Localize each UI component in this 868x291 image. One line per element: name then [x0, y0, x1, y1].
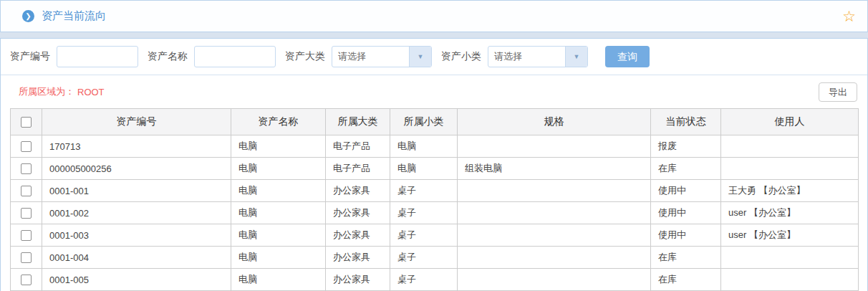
cell-asset-code: 0001-001 — [42, 180, 231, 202]
cell-subcategory: 桌子 — [390, 247, 458, 269]
column-header-category: 所属大类 — [326, 109, 390, 135]
title-bar: ❯ 资产当前流向 ☆ — [0, 0, 868, 32]
circle-arrow-icon: ❯ — [22, 10, 34, 22]
asset-name-input[interactable] — [194, 46, 276, 67]
cell-asset-name: 电脑 — [231, 202, 326, 224]
category-selected-value: 请选择 — [332, 47, 409, 67]
cell-category: 电子产品 — [326, 158, 390, 180]
cell-asset-code: 0001-002 — [42, 202, 231, 224]
row-select-cell — [11, 158, 42, 180]
chevron-down-icon[interactable]: ▼ — [409, 47, 431, 67]
cell-subcategory: 桌子 — [390, 224, 458, 247]
select-all-checkbox[interactable] — [21, 117, 32, 128]
region-bar: 所属区域为： ROOT 导出 — [1, 75, 867, 108]
cell-category: 办公家具 — [326, 180, 390, 202]
row-checkbox[interactable] — [21, 186, 32, 196]
subcategory-select[interactable]: 请选择 ▼ — [488, 46, 588, 67]
export-button[interactable]: 导出 — [819, 82, 857, 102]
cell-status: 使用中 — [651, 224, 721, 247]
table-header: 资产编号 资产名称 所属大类 所属小类 规格 当前状态 使用人 — [11, 109, 859, 135]
cell-asset-code: 170713 — [42, 135, 231, 158]
cell-spec — [458, 202, 651, 224]
cell-status: 使用中 — [651, 202, 721, 224]
region-label: 所属区域为： — [19, 85, 74, 98]
cell-category: 办公家具 — [326, 202, 390, 224]
cell-subcategory: 电脑 — [390, 158, 458, 180]
row-select-cell — [11, 224, 42, 247]
row-checkbox[interactable] — [21, 230, 32, 241]
cell-asset-code: 000005000256 — [42, 158, 231, 180]
region-value: ROOT — [77, 87, 105, 97]
row-select-cell — [11, 135, 42, 158]
cell-status: 在库 — [651, 269, 721, 291]
cell-subcategory: 桌子 — [390, 202, 458, 224]
filter-bar: 资产编号 资产名称 资产大类 请选择 ▼ 资产小类 请选择 ▼ 查询 — [1, 39, 867, 75]
cell-subcategory: 桌子 — [390, 269, 458, 291]
cell-asset-name: 电脑 — [231, 224, 326, 247]
subcategory-label: 资产小类 — [441, 50, 481, 63]
table-row: 0001-002 电脑 办公家具 桌子 使用中 user 【办公室】 — [11, 202, 859, 224]
subcategory-selected-value: 请选择 — [488, 47, 565, 67]
table-row: 0001-003 电脑 办公家具 桌子 使用中 user 【办公室】 — [11, 224, 859, 247]
table-row: 000005000256 电脑 电子产品 电脑 组装电脑 在库 — [11, 158, 859, 180]
column-header-asset-name: 资产名称 — [231, 109, 326, 135]
asset-name-label: 资产名称 — [148, 50, 188, 63]
cell-asset-name: 电脑 — [231, 247, 326, 269]
main-panel: 资产编号 资产名称 资产大类 请选择 ▼ 资产小类 请选择 ▼ 查询 所属区域为… — [0, 38, 868, 291]
cell-category: 电子产品 — [326, 135, 390, 158]
cell-asset-name: 电脑 — [231, 158, 326, 180]
table-body: 170713 电脑 电子产品 电脑 报废 000005000256 电脑 电子产… — [11, 135, 859, 291]
row-select-cell — [11, 202, 42, 224]
cell-spec — [458, 224, 651, 247]
cell-spec — [458, 135, 651, 158]
row-select-cell — [11, 269, 42, 291]
cell-subcategory: 电脑 — [390, 135, 458, 158]
page-title: 资产当前流向 — [42, 9, 106, 23]
cell-spec — [458, 180, 651, 202]
row-checkbox[interactable] — [21, 141, 32, 152]
cell-category: 办公家具 — [326, 247, 390, 269]
table-row: 0001-005 电脑 办公家具 桌子 在库 — [11, 269, 859, 291]
cell-category: 办公家具 — [326, 224, 390, 247]
select-all-cell — [11, 109, 42, 135]
favorite-star-icon[interactable]: ☆ — [842, 9, 856, 24]
cell-user — [721, 247, 859, 269]
category-select[interactable]: 请选择 ▼ — [332, 46, 432, 67]
cell-status: 使用中 — [651, 180, 721, 202]
cell-asset-code: 0001-004 — [42, 247, 231, 269]
row-select-cell — [11, 180, 42, 202]
cell-user — [721, 135, 859, 158]
cell-spec — [458, 269, 651, 291]
asset-table: 资产编号 资产名称 所属大类 所属小类 规格 当前状态 使用人 170713 电… — [10, 108, 859, 291]
cell-asset-code: 0001-003 — [42, 224, 231, 247]
row-select-cell — [11, 247, 42, 269]
column-header-asset-code: 资产编号 — [42, 109, 231, 135]
cell-asset-code: 0001-005 — [42, 269, 231, 291]
cell-status: 报废 — [651, 135, 721, 158]
table-row: 0001-001 电脑 办公家具 桌子 使用中 王大勇 【办公室】 — [11, 180, 859, 202]
panel-gap — [0, 32, 868, 38]
row-checkbox[interactable] — [21, 208, 32, 219]
cell-user — [721, 269, 859, 291]
cell-subcategory: 桌子 — [390, 180, 458, 202]
cell-asset-name: 电脑 — [231, 269, 326, 291]
cell-user — [721, 158, 859, 180]
cell-user: 王大勇 【办公室】 — [721, 180, 859, 202]
cell-spec: 组装电脑 — [458, 158, 651, 180]
table-row: 0001-004 电脑 办公家具 桌子 在库 — [11, 247, 859, 269]
row-checkbox[interactable] — [21, 163, 32, 174]
chevron-down-icon[interactable]: ▼ — [565, 47, 587, 67]
asset-code-input[interactable] — [57, 46, 138, 67]
row-checkbox[interactable] — [21, 275, 32, 285]
search-button[interactable]: 查询 — [605, 46, 650, 67]
row-checkbox[interactable] — [21, 252, 32, 263]
column-header-status: 当前状态 — [651, 109, 721, 135]
asset-code-label: 资产编号 — [10, 50, 50, 63]
column-header-spec: 规格 — [458, 109, 651, 135]
cell-status: 在库 — [651, 158, 721, 180]
cell-asset-name: 电脑 — [231, 135, 326, 158]
cell-spec — [458, 247, 651, 269]
column-header-user: 使用人 — [721, 109, 859, 135]
cell-asset-name: 电脑 — [231, 180, 326, 202]
cell-user: user 【办公室】 — [721, 202, 859, 224]
